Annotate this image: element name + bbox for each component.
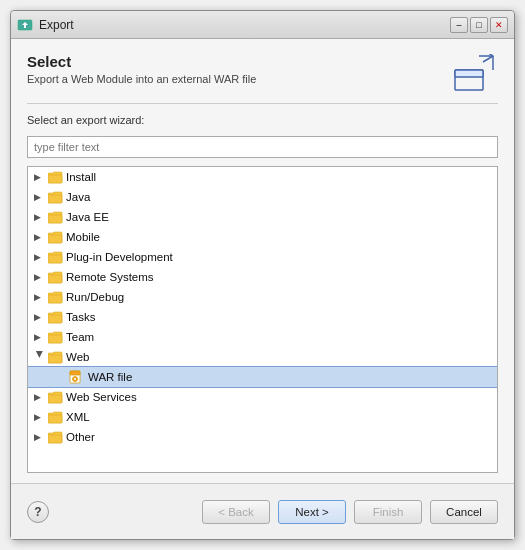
chevron-webservices: ▶ — [34, 392, 46, 402]
export-tree[interactable]: ▶ Install ▶ Java ▶ Java EE — [27, 166, 498, 473]
chevron-web: ▶ — [35, 351, 45, 363]
folder-web-icon — [47, 350, 63, 364]
tree-item-team[interactable]: ▶ Team — [28, 327, 497, 347]
svg-rect-10 — [48, 275, 62, 283]
folder-rundebug-icon — [47, 290, 63, 304]
tree-item-java[interactable]: ▶ Java — [28, 187, 497, 207]
header-text-group: Select Export a Web Module into an exter… — [27, 53, 256, 85]
dialog-title: Select — [27, 53, 256, 70]
header-divider — [27, 103, 498, 104]
export-icon — [450, 53, 498, 93]
folder-mobile-icon — [47, 230, 63, 244]
tree-item-javaee[interactable]: ▶ Java EE — [28, 207, 497, 227]
folder-javaee-icon — [47, 210, 63, 224]
tree-item-web[interactable]: ▶ Web — [28, 347, 497, 367]
svg-point-18 — [74, 378, 76, 380]
svg-rect-12 — [48, 315, 62, 323]
cancel-button[interactable]: Cancel — [430, 500, 498, 524]
tree-label-webservices: Web Services — [66, 391, 137, 403]
chevron-remote: ▶ — [34, 272, 46, 282]
tree-label-java: Java — [66, 191, 90, 203]
tree-label-xml: XML — [66, 411, 90, 423]
svg-rect-8 — [48, 235, 62, 243]
tree-item-xml[interactable]: ▶ XML — [28, 407, 497, 427]
window-icon — [17, 17, 33, 33]
svg-rect-6 — [48, 195, 62, 203]
chevron-java: ▶ — [34, 192, 46, 202]
svg-rect-9 — [48, 255, 62, 263]
svg-rect-11 — [48, 295, 62, 303]
chevron-plugin: ▶ — [34, 252, 46, 262]
svg-rect-21 — [48, 435, 62, 443]
folder-plugin-icon — [47, 250, 63, 264]
chevron-tasks: ▶ — [34, 312, 46, 322]
dialog-content: Select Export a Web Module into an exter… — [11, 39, 514, 483]
tree-label-tasks: Tasks — [66, 311, 95, 323]
dialog-header: Select Export a Web Module into an exter… — [27, 53, 498, 93]
window-controls: – □ ✕ — [450, 17, 508, 33]
chevron-other: ▶ — [34, 432, 46, 442]
svg-rect-2 — [455, 70, 483, 77]
tree-label-plugin: Plug-in Development — [66, 251, 173, 263]
tree-label-web: Web — [66, 351, 89, 363]
titlebar: Export – □ ✕ — [11, 11, 514, 39]
tree-item-tasks[interactable]: ▶ Tasks — [28, 307, 497, 327]
svg-rect-7 — [48, 215, 62, 223]
folder-install-icon — [47, 170, 63, 184]
back-button[interactable]: < Back — [202, 500, 270, 524]
chevron-rundebug: ▶ — [34, 292, 46, 302]
dialog-footer: ? < Back Next > Finish Cancel — [11, 483, 514, 539]
chevron-javaee: ▶ — [34, 212, 46, 222]
tree-label-mobile: Mobile — [66, 231, 100, 243]
tree-label-warfile: WAR file — [88, 371, 132, 383]
filter-label: Select an export wizard: — [27, 114, 498, 126]
maximize-button[interactable]: □ — [470, 17, 488, 33]
svg-rect-19 — [48, 395, 62, 403]
chevron-team: ▶ — [34, 332, 46, 342]
tree-item-plugin[interactable]: ▶ Plug-in Development — [28, 247, 497, 267]
tree-item-other[interactable]: ▶ Other — [28, 427, 497, 447]
export-dialog: Export – □ ✕ Select Export a Web Module … — [10, 10, 515, 540]
folder-remote-icon — [47, 270, 63, 284]
folder-xml-icon — [47, 410, 63, 424]
tree-item-remote[interactable]: ▶ Remote Systems — [28, 267, 497, 287]
svg-rect-5 — [48, 175, 62, 183]
svg-rect-16 — [70, 371, 80, 375]
close-button[interactable]: ✕ — [490, 17, 508, 33]
folder-tasks-icon — [47, 310, 63, 324]
tree-label-rundebug: Run/Debug — [66, 291, 124, 303]
tree-label-other: Other — [66, 431, 95, 443]
folder-other-icon — [47, 430, 63, 444]
chevron-install: ▶ — [34, 172, 46, 182]
svg-rect-20 — [48, 415, 62, 423]
export-arrow-icon — [453, 54, 495, 92]
dialog-description: Export a Web Module into an external WAR… — [27, 73, 256, 85]
svg-rect-14 — [48, 355, 62, 363]
filter-input[interactable] — [27, 136, 498, 158]
folder-team-icon — [47, 330, 63, 344]
chevron-xml: ▶ — [34, 412, 46, 422]
help-button[interactable]: ? — [27, 501, 49, 523]
tree-item-warfile[interactable]: ▶ WAR file — [28, 367, 497, 387]
chevron-mobile: ▶ — [34, 232, 46, 242]
tree-label-team: Team — [66, 331, 94, 343]
minimize-button[interactable]: – — [450, 17, 468, 33]
folder-java-icon — [47, 190, 63, 204]
svg-rect-13 — [48, 335, 62, 343]
warfile-icon — [69, 370, 85, 384]
tree-item-mobile[interactable]: ▶ Mobile — [28, 227, 497, 247]
tree-label-remote: Remote Systems — [66, 271, 154, 283]
window-title: Export — [39, 18, 444, 32]
tree-item-rundebug[interactable]: ▶ Run/Debug — [28, 287, 497, 307]
folder-webservices-icon — [47, 390, 63, 404]
finish-button[interactable]: Finish — [354, 500, 422, 524]
tree-item-webservices[interactable]: ▶ Web Services — [28, 387, 497, 407]
tree-label-install: Install — [66, 171, 96, 183]
tree-item-install[interactable]: ▶ Install — [28, 167, 497, 187]
tree-label-javaee: Java EE — [66, 211, 109, 223]
next-button[interactable]: Next > — [278, 500, 346, 524]
